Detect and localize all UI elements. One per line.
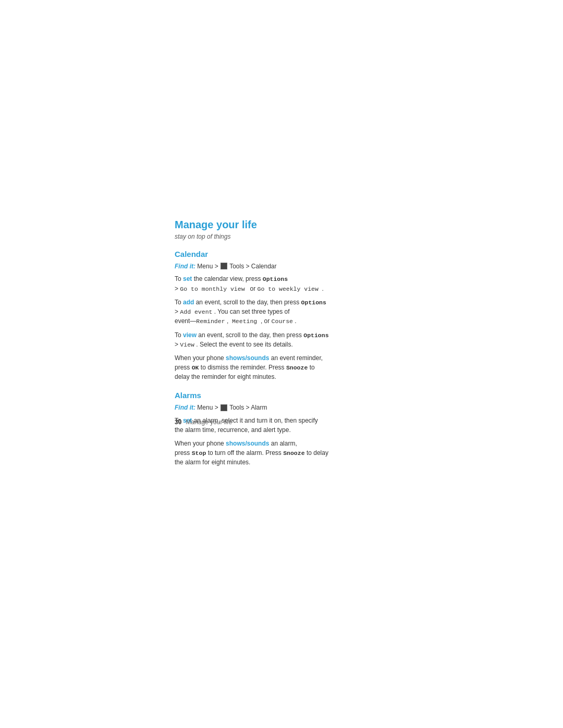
alarms-tools-icon: [221, 404, 227, 411]
alarms-snooze: Snooze: [283, 450, 304, 456]
alarms-section: Alarms Find it: Menu > Tools > Alarm To …: [175, 391, 373, 467]
calendar-options1: Options: [263, 276, 288, 282]
calendar-p1-bold: set: [183, 275, 192, 282]
calendar-paragraph4: When your phone shows/sounds an event re…: [175, 353, 373, 381]
calendar-ok: OK: [192, 364, 199, 371]
calendar-course: Course: [272, 318, 293, 325]
calendar-find-it-suffix: Tools > Calendar: [229, 263, 276, 270]
calendar-options2: Options: [301, 299, 326, 306]
calendar-find-it-text: Menu >: [197, 263, 220, 270]
calendar-paragraph2: To add an event, scroll to the day, then…: [175, 298, 373, 326]
alarms-find-it: Find it: Menu > Tools > Alarm: [175, 404, 373, 411]
calendar-view: View: [180, 341, 194, 348]
page-subtitle: stay on top of things: [175, 233, 373, 240]
footer: 30 Manage your life: [175, 418, 373, 426]
calendar-tools-icon: [221, 263, 227, 269]
calendar-paragraph1: To set the calendar view, press Options …: [175, 274, 373, 293]
page-title: Manage your life: [175, 219, 373, 231]
calendar-paragraph3: To view an event, scroll to the day, the…: [175, 330, 373, 350]
page-container: Manage your life stay on top of things C…: [0, 0, 563, 728]
calendar-meeting: Meeting: [232, 318, 257, 325]
alarms-paragraph2: When your phone shows/sounds an alarm, p…: [175, 439, 373, 467]
calendar-find-it: Find it: Menu > Tools > Calendar: [175, 263, 373, 270]
calendar-p2-bold: add: [183, 299, 194, 306]
calendar-options3: Options: [303, 332, 328, 339]
calendar-snooze: Snooze: [286, 364, 308, 371]
alarms-find-it-suffix: Tools > Alarm: [229, 404, 267, 411]
calendar-add-event: Add event: [180, 309, 212, 315]
footer-label: Manage your life: [186, 418, 232, 426]
alarms-shows-sounds: shows/sounds: [226, 440, 269, 447]
alarms-stop: Stop: [192, 450, 206, 456]
alarms-section-title: Alarms: [175, 391, 373, 400]
alarms-find-it-text: Menu >: [197, 404, 220, 411]
calendar-shows-sounds: shows/sounds: [226, 354, 269, 362]
calendar-reminder: Reminder: [196, 318, 225, 325]
calendar-section-title: Calendar: [175, 250, 373, 258]
content-area: Manage your life stay on top of things C…: [175, 219, 373, 476]
calendar-p3-bold: view: [183, 331, 197, 339]
calendar-find-it-label: Find it:: [175, 263, 195, 270]
calendar-goto-monthly: Go to monthly view: [180, 286, 244, 292]
alarms-find-it-label: Find it:: [175, 404, 195, 411]
calendar-section: Calendar Find it: Menu > Tools > Calenda…: [175, 250, 373, 381]
calendar-goto-weekly: Go to weekly view: [258, 286, 319, 292]
footer-page-number: 30: [175, 418, 181, 426]
